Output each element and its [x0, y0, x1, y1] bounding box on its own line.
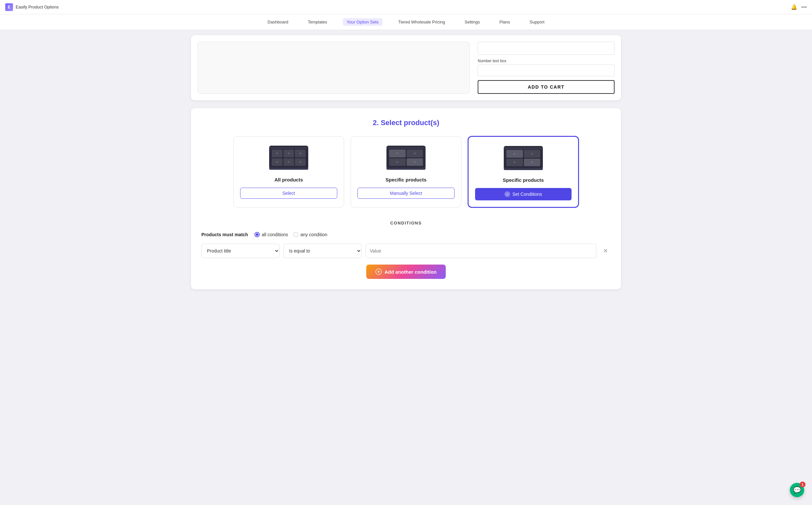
products-must-match-row: Products must match all conditions any c…	[201, 232, 611, 237]
more-options-icon[interactable]: •••	[801, 4, 807, 10]
specific-products-illustration: ＋ ＋ ＋ ＋	[386, 146, 426, 172]
check-icon: ✓	[504, 191, 510, 197]
nav-item-support[interactable]: Support	[526, 18, 548, 26]
grid-cell: ＋	[506, 159, 523, 166]
conditions-header: CONDITIONS	[201, 220, 611, 225]
all-products-illustration: ＋ ＋ ＋ ＋ ＋ ＋	[269, 146, 308, 172]
radio-all-conditions[interactable]: all conditions	[255, 232, 288, 237]
grid-cell: ＋	[284, 158, 294, 166]
preview-product-image	[197, 42, 470, 94]
main-nav: Dashboard Templates Your Option Sets Tie…	[0, 14, 812, 30]
nav-item-plans[interactable]: Plans	[496, 18, 514, 26]
grid-cell: ＋	[295, 150, 306, 157]
grid-cell: ＋	[272, 158, 283, 166]
laptop-base	[386, 168, 426, 170]
laptop-base	[269, 168, 308, 170]
app-title: Easify Product Options	[16, 5, 59, 9]
condition-field-select[interactable]: Product title Product type Product tag V…	[201, 244, 280, 258]
set-conditions-button[interactable]: ✓ Set Conditions	[475, 188, 572, 200]
grid-cell: ＋	[506, 150, 523, 158]
specific-conditions-label: Specific products	[503, 177, 544, 183]
notification-icon[interactable]: 🔔	[791, 4, 797, 10]
add-to-cart-button[interactable]: ADD TO CART	[478, 80, 615, 94]
grid-cell: ＋	[407, 150, 423, 157]
nav-item-dashboard[interactable]: Dashboard	[264, 18, 292, 26]
top-bar: E Easify Product Options 🔔 •••	[0, 0, 812, 14]
section-2-title: 2. Select product(s)	[201, 119, 611, 127]
condition-value-input[interactable]	[366, 244, 596, 258]
top-bar-actions: 🔔 •••	[791, 4, 807, 10]
grid-cell: ＋	[524, 150, 540, 158]
grid-cell: ＋	[389, 150, 406, 157]
nav-item-settings[interactable]: Settings	[461, 18, 484, 26]
conditions-illustration: ＋ ＋ ＋ ＋	[504, 146, 543, 172]
nav-item-templates[interactable]: Templates	[304, 18, 331, 26]
grid-cell: ＋	[407, 158, 423, 166]
remove-condition-button[interactable]: ✕	[600, 246, 611, 256]
chat-bubble[interactable]: 💬 1	[790, 483, 804, 497]
number-text-box-input[interactable]	[478, 64, 615, 76]
grid-cell: ＋	[284, 150, 294, 157]
preview-textarea[interactable]	[478, 42, 615, 55]
match-label: Products must match	[201, 232, 248, 237]
select-products-card: 2. Select product(s) ＋ ＋ ＋ ＋ ＋ ＋	[191, 108, 621, 289]
chat-badge: 1	[800, 482, 805, 487]
specific-products-label: Specific products	[385, 177, 427, 182]
conditions-section: CONDITIONS Products must match all condi…	[201, 220, 611, 279]
number-text-box-label: Number text box	[478, 59, 615, 63]
preview-options: Number text box ADD TO CART	[478, 42, 615, 94]
radio-dot-any	[293, 232, 299, 237]
nav-item-tiered-pricing[interactable]: Tiered Wholesale Pricing	[394, 18, 449, 26]
add-condition-button[interactable]: + Add another condition	[366, 265, 446, 279]
page-content: Number text box ADD TO CART 2. Select pr…	[178, 35, 634, 302]
laptop-base	[504, 168, 543, 170]
grid-cell: ＋	[524, 159, 540, 166]
selection-card-specific-manual: ＋ ＋ ＋ ＋ Specific products Manually Selec…	[351, 136, 461, 207]
radio-dot-all	[255, 232, 260, 237]
preview-card: Number text box ADD TO CART	[191, 35, 621, 100]
selection-card-conditions: ＋ ＋ ＋ ＋ Specific products ✓ Set Conditio…	[468, 136, 579, 207]
grid-cell: ＋	[295, 158, 306, 166]
radio-any-condition[interactable]: any condition	[293, 232, 327, 237]
selection-card-all-products: ＋ ＋ ＋ ＋ ＋ ＋ All products Select	[233, 136, 344, 207]
add-icon: +	[375, 269, 382, 275]
grid-cell: ＋	[272, 150, 283, 157]
condition-operator-select[interactable]: Is equal to Is not equal to Contains Doe…	[284, 244, 362, 258]
all-products-select-button[interactable]: Select	[240, 188, 337, 199]
condition-row: Product title Product type Product tag V…	[201, 244, 611, 258]
grid-cell: ＋	[389, 158, 406, 166]
radio-group: all conditions any condition	[255, 232, 327, 237]
app-branding: E Easify Product Options	[5, 3, 59, 11]
product-selection-options: ＋ ＋ ＋ ＋ ＋ ＋ All products Select	[201, 136, 611, 207]
manually-select-button[interactable]: Manually Select	[357, 188, 455, 199]
app-icon: E	[5, 3, 13, 11]
all-products-label: All products	[274, 177, 303, 182]
nav-item-option-sets[interactable]: Your Option Sets	[343, 18, 382, 26]
